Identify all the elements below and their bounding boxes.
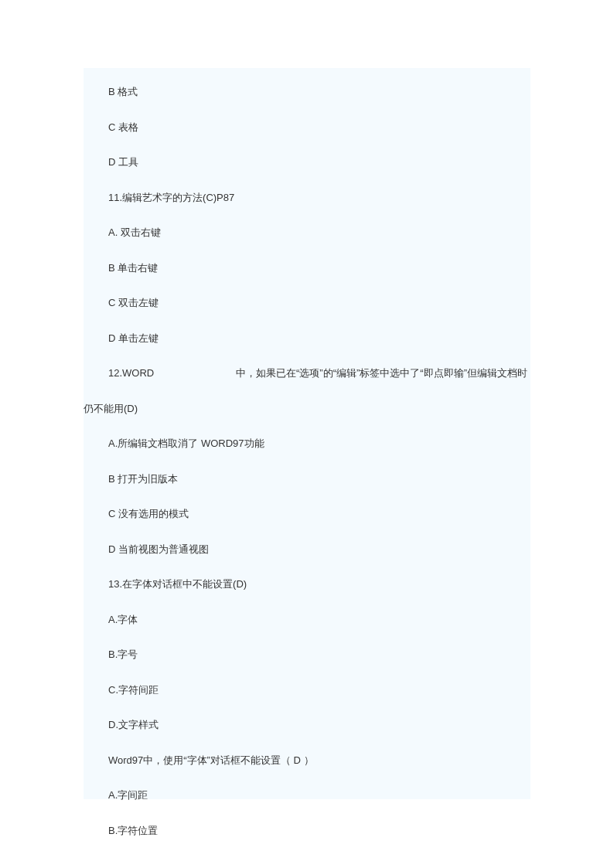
text-line: D 工具: [84, 157, 530, 167]
text-line: B 格式: [84, 87, 530, 97]
text-line: D 单击左键: [84, 333, 530, 343]
text-line: D 当前视图为普通视图: [84, 544, 530, 554]
text-line: A. 双击右键: [84, 227, 530, 237]
text-line: B 单击右键: [84, 263, 530, 273]
text-line: D.文字样式: [84, 720, 530, 730]
text-line: C 没有选用的模式: [84, 509, 530, 519]
text-line: B.字号: [84, 649, 530, 659]
text-line: C 表格: [84, 122, 530, 132]
text-line: 13.在字体对话框中不能设置(D): [84, 579, 530, 589]
document-page: B 格式 C 表格 D 工具 11.编辑艺术字的方法(C)P87 A. 双击右键…: [84, 68, 530, 799]
text-segment: 12.WORD: [108, 368, 154, 378]
text-line: B 打开为旧版本: [84, 474, 530, 484]
text-line: C.字符间距: [84, 685, 530, 695]
text-segment: 中，如果已在“选项”的“编辑”标签中选中了“即点即输”但编辑文档时: [236, 368, 527, 378]
text-line: A.字间距: [84, 790, 530, 800]
text-line: 12.WORD 中，如果已在“选项”的“编辑”标签中选中了“即点即输”但编辑文档…: [84, 368, 530, 378]
text-line: A.字体: [84, 614, 530, 625]
text-line: C 双击左键: [84, 298, 530, 308]
text-line: B.字符位置: [84, 825, 530, 836]
document-content: B 格式 C 表格 D 工具 11.编辑艺术字的方法(C)P87 A. 双击右键…: [84, 87, 530, 836]
text-line: 仍不能用(D): [84, 403, 530, 414]
text-line: A.所编辑文档取消了 WORD97功能: [84, 438, 530, 448]
text-line: Word97中，使用“字体”对话框不能设置（ D ）: [84, 755, 530, 765]
text-line: 11.编辑艺术字的方法(C)P87: [84, 192, 530, 203]
